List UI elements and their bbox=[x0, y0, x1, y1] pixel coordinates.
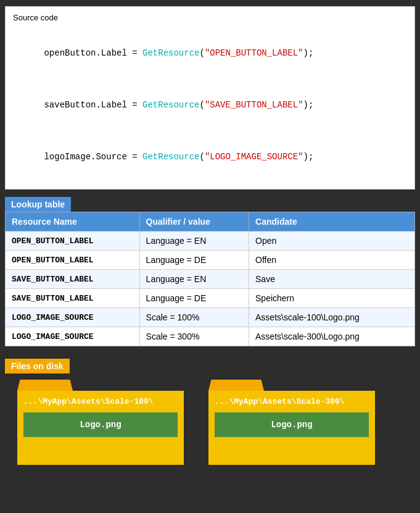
cell-candidate: Open bbox=[249, 231, 415, 251]
lookup-section: Lookup table Resource Name Qualifier / v… bbox=[5, 197, 415, 346]
folder-tab bbox=[17, 380, 73, 391]
col-header-resource-name: Resource Name bbox=[6, 212, 140, 231]
cell-candidate: Assets\scale-300\Logo.png bbox=[249, 327, 415, 346]
table-row: OPEN_BUTTON_LABELLanguage = ENOpen bbox=[6, 231, 415, 251]
folder-body: ...\MyApp\Assets\Scale-300\Logo.png bbox=[208, 391, 375, 465]
cell-resource-name: LOGO_IMAGE_SOURCE bbox=[6, 327, 140, 346]
folder-container: ...\MyApp\Assets\Scale-300\Logo.png bbox=[208, 380, 375, 465]
table-header-row: Resource Name Qualifier / value Candidat… bbox=[6, 212, 415, 231]
cell-candidate: Assets\scale-100\Logo.png bbox=[249, 308, 415, 327]
cell-qualifier: Language = EN bbox=[139, 270, 249, 289]
code-line-2: saveButton.Label = GetResource("SAVE_BUT… bbox=[13, 79, 407, 131]
table-row: SAVE_BUTTON_LABELLanguage = DESpeichern bbox=[6, 289, 415, 308]
col-header-qualifier: Qualifier / value bbox=[139, 212, 249, 231]
table-row: SAVE_BUTTON_LABELLanguage = ENSave bbox=[6, 270, 415, 289]
code-line-1: openButton.Label = GetResource("OPEN_BUT… bbox=[13, 27, 407, 79]
cell-qualifier: Language = DE bbox=[139, 289, 249, 308]
folder-wrapper: ...\MyApp\Assets\Scale-300\Logo.png bbox=[208, 380, 375, 465]
cell-resource-name: SAVE_BUTTON_LABEL bbox=[6, 289, 140, 308]
code-line-3: logoImage.Source = GetResource("LOGO_IMA… bbox=[13, 131, 407, 183]
cell-resource-name: OPEN_BUTTON_LABEL bbox=[6, 231, 140, 251]
lookup-table: Resource Name Qualifier / value Candidat… bbox=[5, 212, 415, 346]
folders-row: ...\MyApp\Assets\Scale-100\Logo.png...\M… bbox=[5, 373, 415, 471]
source-code-section: Source code openButton.Label = GetResour… bbox=[5, 6, 415, 190]
folder-container: ...\MyApp\Assets\Scale-100\Logo.png bbox=[17, 380, 184, 465]
cell-qualifier: Scale = 100% bbox=[139, 308, 249, 327]
cell-candidate: Speichern bbox=[249, 289, 415, 308]
cell-qualifier: Scale = 300% bbox=[139, 327, 249, 346]
cell-resource-name: OPEN_BUTTON_LABEL bbox=[6, 251, 140, 270]
cell-qualifier: Language = DE bbox=[139, 251, 249, 270]
file-icon: Logo.png bbox=[215, 412, 369, 437]
lookup-label: Lookup table bbox=[5, 197, 71, 212]
cell-resource-name: LOGO_IMAGE_SOURCE bbox=[6, 308, 140, 327]
cell-candidate: Offen bbox=[249, 251, 415, 270]
code-block: openButton.Label = GetResource("OPEN_BUT… bbox=[13, 27, 407, 183]
cell-candidate: Save bbox=[249, 270, 415, 289]
folder-wrapper: ...\MyApp\Assets\Scale-100\Logo.png bbox=[17, 380, 184, 465]
col-header-candidate: Candidate bbox=[249, 212, 415, 231]
cell-qualifier: Language = EN bbox=[139, 231, 249, 251]
files-label: Files on disk bbox=[5, 359, 70, 373]
table-row: OPEN_BUTTON_LABELLanguage = DEOffen bbox=[6, 251, 415, 270]
folder-path: ...\MyApp\Assets\Scale-300\ bbox=[215, 397, 369, 406]
folder-path: ...\MyApp\Assets\Scale-100\ bbox=[23, 397, 178, 406]
files-section: Files on disk ...\MyApp\Assets\Scale-100… bbox=[5, 359, 415, 471]
table-row: LOGO_IMAGE_SOURCEScale = 300%Assets\scal… bbox=[6, 327, 415, 346]
folder-body: ...\MyApp\Assets\Scale-100\Logo.png bbox=[17, 391, 184, 465]
table-row: LOGO_IMAGE_SOURCEScale = 100%Assets\scal… bbox=[6, 308, 415, 327]
cell-resource-name: SAVE_BUTTON_LABEL bbox=[6, 270, 140, 289]
source-code-label: Source code bbox=[13, 13, 407, 22]
file-icon: Logo.png bbox=[23, 412, 178, 437]
folder-tab bbox=[208, 380, 264, 391]
